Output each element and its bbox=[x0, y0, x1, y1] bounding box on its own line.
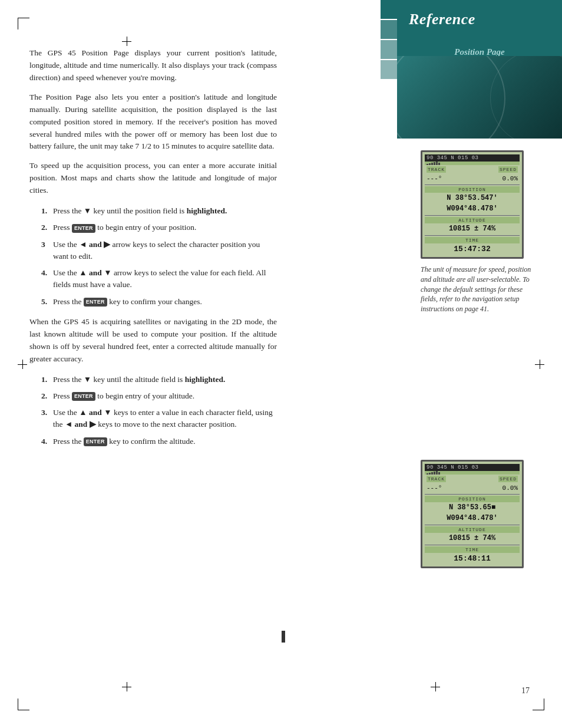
right-panel: Reference Position Page Options bbox=[344, 0, 562, 728]
teal-tab-4 bbox=[381, 60, 398, 79]
teal-tab-2 bbox=[381, 20, 398, 39]
intro-para-2: The Position Page also lets you enter a … bbox=[29, 91, 277, 153]
gps-screen-1: 90 345 N 015 03 TRACK SPEED ---° 0.0% PO… bbox=[421, 150, 524, 259]
gps2-track-label: TRACK bbox=[427, 476, 446, 482]
position-step-3: 3 Use the ◄ and ▶ arrow keys to select t… bbox=[41, 239, 277, 263]
gps1-position-lat: N 38°53.547' bbox=[425, 193, 520, 203]
step-num-2: 2. bbox=[41, 222, 51, 233]
gps1-altitude-label: ALTITUDE bbox=[425, 217, 520, 223]
gps1-top-text: 90 345 N 015 03 bbox=[427, 155, 479, 161]
gps-screen-2: 90 345 N 015 03 TRACK SPEED ---° 0.0% PO… bbox=[421, 460, 524, 568]
alt-step-1-bold: highlighted. bbox=[185, 375, 226, 384]
crosshair-mid-left bbox=[18, 360, 27, 369]
alt-step-4-content: Press the ENTER key to confirm the altit… bbox=[53, 436, 277, 447]
crosshair-bot-left bbox=[122, 682, 131, 691]
gps1-time-label: TIME bbox=[425, 237, 520, 243]
step-4-content: Use the ▲ and ▼ arrow keys to select the… bbox=[53, 267, 277, 291]
enter-badge-4: ENTER bbox=[84, 437, 107, 447]
position-step-2: 2. Press ENTER to begin entry of your po… bbox=[41, 222, 277, 233]
gps2-sig-bar-3 bbox=[431, 472, 433, 475]
enter-badge-2: ENTER bbox=[84, 298, 107, 307]
gps1-position-section: POSITION N 38°53.547' W094°48.478' bbox=[425, 185, 520, 214]
alt-step-num-1: 1. bbox=[41, 374, 51, 386]
crosshair-top-left bbox=[122, 37, 131, 46]
gps2-position-section: POSITION N 38°53.65■ W094°48.478' bbox=[425, 494, 520, 523]
corner-mark-bl bbox=[18, 699, 29, 710]
step-1-bold: highlighted. bbox=[187, 206, 227, 215]
gps-screen-2-container: 90 345 N 015 03 TRACK SPEED ---° 0.0% PO… bbox=[421, 460, 538, 568]
step-num-5: 5. bbox=[41, 296, 51, 308]
globe-decoration bbox=[397, 56, 562, 139]
gps2-speed-label: SPEED bbox=[498, 476, 518, 482]
teal-tabs bbox=[381, 0, 398, 79]
gps1-time-section: TIME 15:47:32 bbox=[425, 235, 520, 255]
altitude-step-1: 1. Press the ▼ key until the altitude fi… bbox=[41, 374, 277, 386]
gps2-time-label: TIME bbox=[425, 546, 520, 553]
altitude-step-2: 2. Press ENTER to begin entry of your al… bbox=[41, 390, 277, 402]
main-content: The GPS 45 Position Page displays your c… bbox=[29, 47, 277, 456]
sig-bar-1 bbox=[427, 164, 428, 165]
gps1-track-val: ---° bbox=[427, 175, 442, 182]
position-steps-list: 1. Press the ▼ key until the position fi… bbox=[41, 205, 277, 308]
gps2-sig-bar-6 bbox=[438, 472, 440, 475]
enter-badge-3: ENTER bbox=[72, 392, 95, 401]
altitude-intro-para: When the GPS 45 is acquiring satellites … bbox=[29, 316, 277, 365]
enter-badge-1: ENTER bbox=[72, 224, 95, 233]
alt-step-num-4: 4. bbox=[41, 436, 51, 447]
gps1-time-val: 15:47:32 bbox=[425, 243, 520, 255]
gps1-track-speed-row: TRACK SPEED bbox=[425, 165, 520, 174]
gps1-speed-label: SPEED bbox=[498, 166, 518, 173]
gps2-top-bar: 90 345 N 015 03 bbox=[425, 464, 520, 471]
gps2-altitude-section: ALTITUDE 10815 ± 74% bbox=[425, 525, 520, 543]
gps1-top-bar: 90 345 N 015 03 bbox=[425, 154, 520, 162]
page-number: 17 bbox=[521, 686, 530, 696]
gps2-position-lon: W094°48.478' bbox=[425, 513, 520, 523]
step-num-4: 4. bbox=[41, 267, 51, 279]
intro-para-1: The GPS 45 Position Page displays your c… bbox=[29, 47, 277, 84]
step-1-content: Press the ▼ key until the position field… bbox=[53, 205, 277, 217]
step-5-content: Press the ENTER key to confirm your chan… bbox=[53, 296, 277, 308]
teal-tab-3 bbox=[381, 40, 398, 59]
sig-bar-6 bbox=[438, 163, 440, 165]
gps2-speed-val: 0.0% bbox=[503, 485, 518, 492]
corner-mark-tl bbox=[18, 18, 29, 29]
gps2-track-val: ---° bbox=[427, 485, 442, 492]
sig-bar-5 bbox=[436, 162, 438, 165]
alt-step-3-content: Use the ▲ and ▼ keys to enter a value in… bbox=[53, 407, 277, 431]
alt-step-2-content: Press ENTER to begin entry of your altit… bbox=[53, 390, 277, 402]
gps2-altitude-val: 10815 ± 74% bbox=[425, 533, 520, 543]
altitude-step-4: 4. Press the ENTER key to confirm the al… bbox=[41, 436, 277, 447]
gps-screen-1-container: 90 345 N 015 03 TRACK SPEED ---° 0.0% PO… bbox=[421, 150, 538, 314]
ud-arrows-1: ▲ and ▼ bbox=[79, 268, 111, 277]
position-step-5: 5. Press the ENTER key to confirm your c… bbox=[41, 296, 277, 308]
gps2-track-speed-row: TRACK SPEED bbox=[425, 475, 520, 483]
step-num-1: 1. bbox=[41, 205, 51, 217]
gps1-speed-val: 0.0% bbox=[503, 175, 518, 182]
alt-step-num-3: 3. bbox=[41, 407, 51, 419]
gps1-caption: The unit of measure for speed, position … bbox=[421, 265, 535, 314]
down-arrow-2: ▼ bbox=[84, 375, 91, 384]
ud-arrows-2: ▲ and ▼ bbox=[79, 408, 111, 417]
step-2-content: Press ENTER to begin entry of your posit… bbox=[53, 222, 277, 233]
lr-arrows-2: ◄ and ▶ bbox=[65, 420, 96, 429]
sig-bar-3 bbox=[431, 163, 433, 165]
gps1-altitude-section: ALTITUDE 10815 ± 74% bbox=[425, 215, 520, 234]
gps2-position-lat: N 38°53.65■ bbox=[425, 502, 520, 513]
gps2-top-text: 90 345 N 015 03 bbox=[427, 465, 479, 470]
sig-bar-2 bbox=[429, 163, 431, 165]
position-step-1: 1. Press the ▼ key until the position fi… bbox=[41, 205, 277, 217]
intro-para-3: To speed up the acquisition process, you… bbox=[29, 160, 277, 197]
step-num-3: 3 bbox=[41, 239, 51, 251]
section-title: Reference bbox=[409, 11, 550, 28]
gps1-altitude-val: 10815 ± 74% bbox=[425, 223, 520, 234]
gps2-time-val: 15:48:11 bbox=[425, 553, 520, 564]
gps1-position-lon: W094°48.478' bbox=[425, 203, 520, 214]
step-3-content: Use the ◄ and ▶ arrow keys to select the… bbox=[53, 239, 277, 263]
down-arrow-1: ▼ bbox=[84, 206, 91, 215]
gps2-time-section: TIME 15:48:11 bbox=[425, 545, 520, 564]
gps2-sig-bar-1 bbox=[427, 473, 428, 475]
left-indicator-bar bbox=[282, 631, 285, 643]
gps2-track-speed-vals: ---° 0.0% bbox=[425, 483, 520, 493]
altitude-steps-list: 1. Press the ▼ key until the altitude fi… bbox=[41, 374, 277, 447]
gps2-position-label: POSITION bbox=[425, 496, 520, 502]
